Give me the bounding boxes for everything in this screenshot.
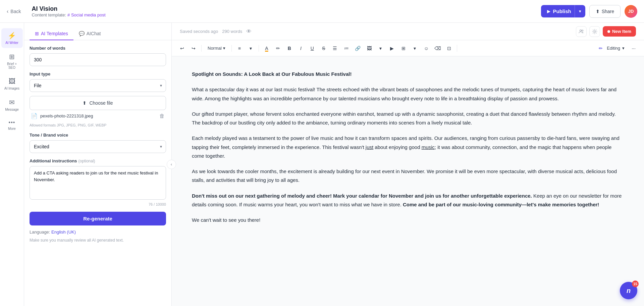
new-item-dot [607,30,610,33]
sidebar-label-message: Message [5,108,19,111]
chat-widget: 15 n [620,282,637,299]
underline-just: just [366,144,373,150]
number-of-words-input[interactable] [30,53,166,66]
tab-aichat[interactable]: 💬 AIChat [73,28,106,40]
unordered-list-button[interactable]: ☰ [330,43,340,53]
content-para5: Don't miss out on our next gathering of … [192,192,624,209]
editor-actions: New Item [576,26,636,37]
file-item: 📄 pexels-photo-2221318.jpeg 🗑 [30,110,166,122]
svg-point-1 [582,30,583,31]
sidebar-label-ai-writer: AI Writer [5,41,18,45]
page-title: AI Vision [32,5,105,12]
avatar[interactable]: JD [625,5,637,18]
editing-chevron-icon: ▾ [622,46,625,51]
block-button[interactable]: ⊡ [444,43,454,53]
pencil-icon: ✏ [599,46,603,51]
tone-select[interactable]: Excited Professional Casual Friendly For… [30,140,166,153]
underline-button[interactable]: U [307,43,317,53]
publish-label: Publish [553,8,571,14]
svg-point-2 [594,31,595,32]
additional-label: Additional instructions (optional) [30,158,166,163]
tab-aichat-label: AIChat [87,31,101,36]
aichat-icon: 💬 [79,31,85,36]
sidebar-item-ai-images[interactable]: 🖼 AI Images [1,74,23,94]
more-icon: ••• [9,119,15,125]
choose-file-button[interactable]: ⬆ Choose file [30,96,166,110]
words-label: Number of words [30,46,166,51]
panel-tabs: ⊞ AI Templates 💬 AIChat [24,23,171,40]
editor-content[interactable]: Spotlight on Sounds: A Look Back at Our … [172,56,644,306]
format-select[interactable]: Normal ▾ [204,44,229,52]
link-button[interactable]: 🔗 [353,43,363,53]
allowed-formats: Allowed formats JPG, JPEG, PNG, GIF, WEB… [30,123,166,127]
settings-icon[interactable] [589,26,600,37]
left-panel: ⊞ AI Templates 💬 AIChat Number of words … [24,23,172,306]
redo-button[interactable]: ↪ [189,43,199,53]
strikethrough-button[interactable]: S [319,43,329,53]
align-dropdown-button[interactable]: ▾ [246,43,256,53]
table-button[interactable]: ⊞ [398,43,409,53]
editor-meta: Saved seconds ago 290 words 👁 [180,29,252,35]
editing-select-button[interactable]: Editing ▾ [604,44,627,52]
more-options-button[interactable]: ··· [629,43,639,53]
align-button[interactable]: ≡ [234,43,245,53]
users-icon[interactable] [576,26,587,37]
chat-icon: n [627,287,631,295]
topbar: ‹ Back AI Vision Content template: # Soc… [0,0,644,23]
back-label: Back [10,9,21,14]
tab-ai-templates[interactable]: ⊞ AI Templates [30,28,73,40]
play-button[interactable]: ▶ [387,43,397,53]
bold-button[interactable]: B [284,43,294,53]
image-insert-button[interactable]: 🖼 [364,43,374,53]
additional-optional: (optional) [78,159,95,163]
editing-label: Editing [607,46,620,51]
share-label: Share [602,9,614,14]
sidebar-item-message[interactable]: ✉ Message [1,95,23,115]
editing-section: ✏ Editing ▾ ··· [599,43,639,53]
sidebar-item-brief-seo[interactable]: ⊞ Brief + SEO [1,49,23,73]
main-layout: ⚡ AI Writer ⊞ Brief + SEO 🖼 AI Images ✉ … [0,23,644,306]
saved-text: Saved seconds ago [180,29,218,34]
editor-toolbar: ↩ ↪ Normal ▾ ≡ ▾ A ✏ B I U S ☰ ≔ 🔗 🖼 ▾ ▶… [172,40,644,56]
highlight-button[interactable]: ✏ [273,43,283,53]
content-para1: What a spectacular day it was at our las… [192,85,624,103]
text-color-button[interactable]: A [262,43,272,53]
publish-dropdown-button[interactable]: ▾ [575,5,585,17]
word-count: 290 words [222,29,242,34]
sidebar-item-more[interactable]: ••• More [1,116,23,134]
toolbar-divider-2 [231,45,232,52]
share-button[interactable]: ⬆ Share [589,5,621,18]
content-para4: As we look towards the cooler months, th… [192,167,624,185]
toolbar-divider-1 [201,45,202,52]
publish-button[interactable]: ▶ Publish [541,5,577,17]
lightning-icon: ⚡ [8,32,16,40]
toolbar-divider-4 [457,45,457,52]
template-link[interactable]: # Social media post [67,12,105,17]
image-dropdown-button[interactable]: ▾ [376,43,386,53]
new-item-button[interactable]: New Item [603,26,636,37]
language-line: Language: English (UK) [30,230,166,235]
undo-button[interactable]: ↩ [177,43,187,53]
char-count: 76 / 10000 [30,202,166,206]
content-para6: We can't wait to see you there! [192,216,624,224]
delete-file-button[interactable]: 🗑 [159,113,165,119]
ordered-list-button[interactable]: ≔ [341,43,352,53]
additional-instructions-input[interactable]: Add a CTA asking readers to join us for … [30,166,166,200]
back-button[interactable]: ‹ Back [7,8,21,14]
eye-icon[interactable]: 👁 [246,29,252,35]
regenerate-button[interactable]: Re-generate [30,212,166,225]
sidebar-item-ai-writer[interactable]: ⚡ AI Writer [1,28,23,48]
panel-collapse-button[interactable]: ‹ [167,160,176,169]
language-link[interactable]: English (UK) [51,230,76,235]
table-dropdown-button[interactable]: ▾ [410,43,420,53]
editor-area: Saved seconds ago 290 words 👁 [172,23,644,306]
tone-label: Tone / Brand voice [30,133,166,138]
italic-button[interactable]: I [296,43,306,53]
special-char-button[interactable]: ⌫ [433,43,443,53]
emoji-button[interactable]: ☺ [421,43,431,53]
ai-templates-icon: ⊞ [35,31,39,36]
input-type-select[interactable]: File Text URL [30,79,166,92]
grid-icon: ⊞ [9,53,15,61]
file-doc-icon: 📄 [31,113,38,119]
input-type-wrapper: File Text URL ▾ [30,79,166,92]
